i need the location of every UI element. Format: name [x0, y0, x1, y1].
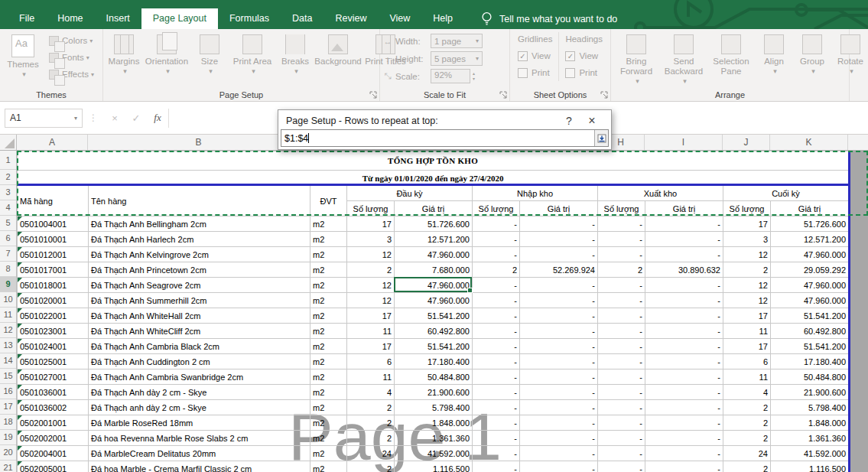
cell-value[interactable]: - [645, 400, 723, 415]
cell-value[interactable]: - [520, 324, 598, 339]
cell-item-code[interactable]: 0501020001 [18, 293, 89, 308]
cell-unit[interactable]: m2 [310, 278, 347, 293]
cell-value[interactable]: 1.116.500 [395, 461, 473, 472]
cell-value[interactable]: - [598, 354, 645, 369]
cell-unit[interactable]: m2 [310, 369, 347, 385]
cell-value[interactable]: 7.680.000 [395, 262, 473, 278]
column-header-a[interactable]: A [17, 135, 88, 150]
cell-value[interactable]: 12 [723, 247, 771, 262]
headings-print-checkbox[interactable] [565, 68, 575, 78]
cell-value[interactable]: - [473, 247, 520, 262]
cell-value[interactable]: 17 [347, 339, 395, 354]
column-header-i[interactable]: I [645, 135, 723, 150]
cell-item-code[interactable]: 0501023001 [18, 324, 89, 339]
cell-value[interactable]: 21.900.600 [395, 385, 473, 400]
cell-value[interactable]: 1.361.360 [395, 431, 473, 446]
cell-value[interactable]: 11 [347, 369, 395, 385]
cell-value[interactable]: 17 [347, 216, 395, 232]
cell-value[interactable]: 51.541.200 [771, 308, 849, 324]
cell-value[interactable]: 2 [723, 461, 771, 472]
tab-review[interactable]: Review [323, 8, 378, 29]
cell-value[interactable]: 11 [347, 324, 395, 339]
tab-formulas[interactable]: Formulas [218, 8, 281, 29]
cell-item-name[interactable]: Đá Thạch Anh Harlech 2cm [89, 232, 310, 247]
cell-value[interactable]: 30.890.632 [645, 262, 723, 278]
cell-value[interactable]: 51.726.600 [771, 216, 849, 232]
cell-value[interactable]: 2 [723, 400, 771, 415]
cell-item-name[interactable]: Đá Thạch anh dày 2 cm - Skye [89, 400, 310, 415]
cell-value[interactable]: 3 [723, 232, 771, 247]
row-header-12[interactable]: 12 [0, 323, 16, 338]
orientation-button[interactable]: Orientation▾ [143, 32, 190, 76]
selection-pane-button[interactable]: Selection Pane [707, 32, 755, 86]
cell-item-code[interactable]: 0501027001 [18, 369, 89, 385]
header-cell-group[interactable]: Cuối kỳ [723, 186, 849, 201]
cell-item-code[interactable]: 0502001001 [18, 415, 89, 431]
cell-value[interactable]: - [473, 232, 520, 247]
cell-value[interactable]: - [473, 308, 520, 324]
cell-value[interactable]: - [473, 461, 520, 472]
tab-insert[interactable]: Insert [95, 8, 141, 29]
chevron-down-icon[interactable]: ▾ [74, 115, 77, 122]
cell-value[interactable]: 2 [473, 262, 520, 278]
row-header-13[interactable]: 13 [0, 338, 16, 353]
header-cell[interactable]: Tên hàng [89, 186, 310, 216]
cell-value[interactable]: 2 [598, 262, 645, 278]
cell-value[interactable]: 17 [723, 339, 771, 354]
cell-value[interactable]: - [645, 461, 723, 472]
cell-value[interactable]: - [473, 278, 520, 293]
tell-me-box[interactable]: Tell me what you want to do [481, 8, 617, 29]
cell-value[interactable]: 1.116.500 [771, 461, 849, 472]
cell-item-name[interactable]: Đá Marble RoseRed 18mm [89, 415, 310, 431]
row-header-9[interactable]: 9 [0, 277, 16, 292]
cell-value[interactable]: 3 [347, 232, 395, 247]
background-button[interactable]: Background [314, 32, 362, 76]
cell-value[interactable]: 47.960.000 [395, 293, 473, 308]
cell-value[interactable]: - [598, 216, 645, 232]
send-backward-button[interactable]: Send Backward▾ [660, 32, 707, 86]
cell-item-code[interactable]: 0501036002 [18, 400, 89, 415]
spinner-arrows-icon[interactable]: ▴▾ [473, 71, 475, 82]
cell-value[interactable]: 4 [723, 385, 771, 400]
cell-value[interactable]: 2 [723, 262, 771, 278]
cell-value[interactable]: - [520, 385, 598, 400]
cell-value[interactable]: 5.798.400 [395, 400, 473, 415]
gridlines-print-checkbox[interactable] [518, 68, 528, 78]
header-cell[interactable]: Giá trị [395, 201, 473, 216]
tab-help[interactable]: Help [421, 8, 464, 29]
cell-value[interactable]: 12.571.200 [395, 232, 473, 247]
cell-unit[interactable]: m2 [310, 308, 347, 324]
scale-to-fit-dialog-launcher-icon[interactable] [499, 91, 507, 99]
dialog-title-bar[interactable]: Page Setup - Rows to repeat at top: ? × [278, 110, 611, 131]
cell-value[interactable]: - [473, 293, 520, 308]
colors-button[interactable]: Colors▾ [46, 32, 97, 49]
cell-value[interactable]: - [645, 247, 723, 262]
header-cell-group[interactable]: Nhập kho [473, 186, 598, 201]
active-cell-outline[interactable] [394, 277, 472, 292]
cell-value[interactable]: - [473, 400, 520, 415]
cell-value[interactable]: - [598, 308, 645, 324]
enter-button[interactable]: ✓ [125, 112, 147, 124]
cell-item-name[interactable]: Đá Thạch Anh WhiteCliff 2cm [89, 324, 310, 339]
cell-value[interactable]: - [520, 354, 598, 369]
row-header-10[interactable]: 10 [0, 292, 16, 308]
cell-value[interactable]: - [645, 278, 723, 293]
cell-item-name[interactable]: Đá hoa Revenna Marble Rose Slabs 2 cm [89, 431, 310, 446]
rows-repeat-input[interactable]: $1:$4 [281, 129, 609, 147]
cell-value[interactable]: - [473, 446, 520, 461]
cell-item-name[interactable]: Đá Thạch Anh Princetown 2cm [89, 262, 310, 278]
cell-value[interactable]: - [520, 216, 598, 232]
cell-value[interactable]: - [645, 446, 723, 461]
cell-value[interactable]: 6 [723, 354, 771, 369]
sheet-options-dialog-launcher-icon[interactable] [600, 91, 608, 99]
cell-value[interactable]: - [598, 339, 645, 354]
header-cell[interactable]: Mã hàng [18, 186, 89, 216]
cell-value[interactable]: 2 [347, 262, 395, 278]
cell-value[interactable]: - [645, 216, 723, 232]
cell-value[interactable]: - [598, 278, 645, 293]
cell-value[interactable]: 2 [723, 415, 771, 431]
cell-value[interactable]: - [645, 369, 723, 385]
row-header-18[interactable]: 18 [0, 415, 16, 430]
cell-value[interactable]: 1.848.000 [771, 415, 849, 431]
cell-value[interactable]: - [473, 216, 520, 232]
